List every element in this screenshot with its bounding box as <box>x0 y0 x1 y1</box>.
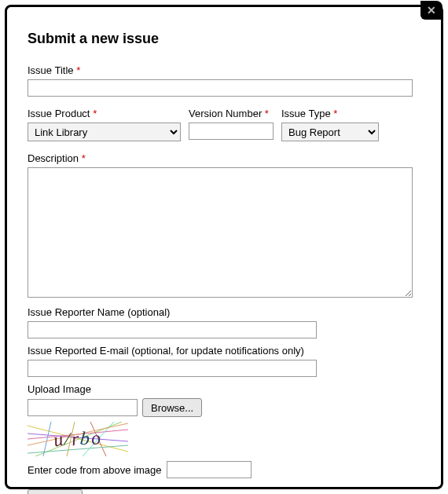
issue-title-label: Issue Title * <box>28 64 420 76</box>
issue-title-input[interactable] <box>28 79 413 97</box>
captcha-image: u/rbo <box>28 422 128 456</box>
description-label: Description * <box>28 152 420 164</box>
version-number-label: Version Number * <box>189 108 274 119</box>
version-number-input[interactable] <box>189 123 274 140</box>
reporter-email-input[interactable] <box>28 360 317 377</box>
issue-type-label: Issue Type * <box>281 108 379 119</box>
issue-type-select[interactable]: Bug Report <box>281 123 379 141</box>
reporter-name-label: Issue Reporter Name (optional) <box>28 306 420 318</box>
page-title: Submit a new issue <box>28 31 420 47</box>
captcha-text: u/rbo <box>53 427 103 450</box>
captcha-input[interactable] <box>167 461 252 478</box>
modal-content: Submit a new issue Issue Title * Issue P… <box>7 7 441 494</box>
close-icon: ✕ <box>427 5 436 16</box>
submit-button[interactable]: Submit <box>28 489 83 494</box>
issue-product-label: Issue Product * <box>28 108 181 119</box>
upload-image-label: Upload Image <box>28 383 420 395</box>
close-button[interactable]: ✕ <box>420 1 442 20</box>
captcha-label: Enter code from above image <box>28 464 162 476</box>
browse-button[interactable]: Browse... <box>142 398 202 417</box>
reporter-name-input[interactable] <box>28 321 317 338</box>
reporter-email-label: Issue Reported E-mail (optional, for upd… <box>28 345 420 357</box>
description-textarea[interactable] <box>28 167 413 298</box>
upload-image-path[interactable] <box>28 399 138 416</box>
modal-dialog: ✕ Submit a new issue Issue Title * Issue… <box>5 5 443 489</box>
issue-product-select[interactable]: Link Library <box>28 123 181 141</box>
